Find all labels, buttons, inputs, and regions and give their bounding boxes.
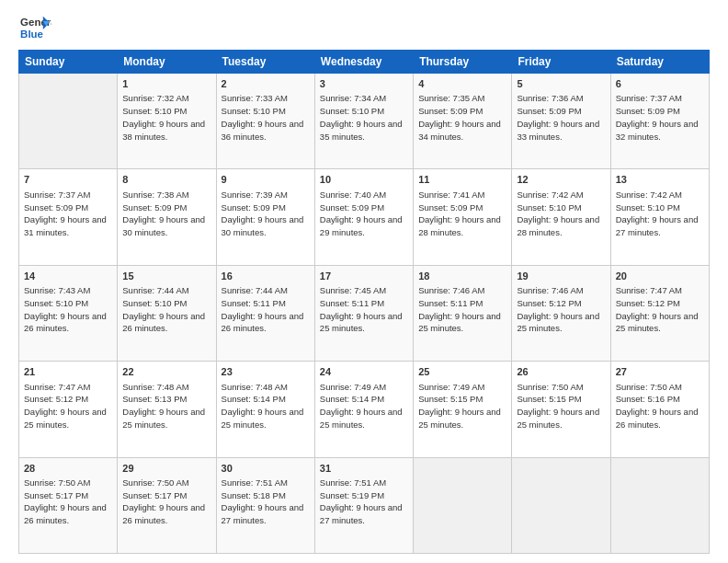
week-row-4: 28Sunrise: 7:50 AMSunset: 5:17 PMDayligh…: [19, 457, 710, 553]
day-number: 24: [320, 365, 408, 379]
day-cell: 26Sunrise: 7:50 AMSunset: 5:15 PMDayligh…: [512, 362, 610, 457]
day-number: 15: [122, 270, 210, 283]
day-header-friday: Friday: [512, 51, 610, 74]
day-info: Sunrise: 7:33 AMSunset: 5:10 PMDaylight:…: [222, 92, 310, 143]
day-cell: 24Sunrise: 7:49 AMSunset: 5:14 PMDayligh…: [314, 362, 413, 457]
day-info: Sunrise: 7:44 AMSunset: 5:10 PMDaylight:…: [122, 284, 210, 335]
day-header-tuesday: Tuesday: [216, 51, 314, 74]
header: General Blue: [18, 15, 710, 42]
day-cell: 11Sunrise: 7:41 AMSunset: 5:09 PMDayligh…: [414, 169, 512, 265]
day-number: 29: [122, 462, 210, 476]
day-number: 6: [616, 77, 704, 91]
day-number: 23: [222, 365, 310, 379]
day-info: Sunrise: 7:34 AMSunset: 5:10 PMDaylight:…: [320, 92, 408, 143]
day-number: 2: [222, 77, 310, 91]
day-info: Sunrise: 7:50 AMSunset: 5:15 PMDaylight:…: [517, 381, 605, 431]
day-number: 7: [24, 173, 112, 187]
day-number: 9: [222, 173, 310, 187]
svg-text:Blue: Blue: [20, 29, 43, 40]
day-info: Sunrise: 7:51 AMSunset: 5:18 PMDaylight:…: [222, 477, 310, 527]
day-number: 22: [122, 365, 210, 379]
day-cell: 1Sunrise: 7:32 AMSunset: 5:10 PMDaylight…: [118, 74, 216, 169]
day-cell: 4Sunrise: 7:35 AMSunset: 5:09 PMDaylight…: [414, 74, 512, 169]
day-number: 8: [122, 173, 210, 187]
day-number: 18: [418, 270, 506, 283]
day-cell: 21Sunrise: 7:47 AMSunset: 5:12 PMDayligh…: [19, 362, 118, 457]
day-info: Sunrise: 7:44 AMSunset: 5:11 PMDaylight:…: [222, 284, 310, 335]
day-info: Sunrise: 7:37 AMSunset: 5:09 PMDaylight:…: [24, 189, 112, 239]
day-header-sunday: Sunday: [19, 51, 118, 74]
day-cell: 10Sunrise: 7:40 AMSunset: 5:09 PMDayligh…: [314, 169, 413, 265]
day-cell: [19, 74, 118, 169]
day-number: 4: [418, 77, 506, 91]
day-info: Sunrise: 7:42 AMSunset: 5:10 PMDaylight:…: [616, 189, 704, 239]
logo-icon: General Blue: [18, 15, 51, 42]
day-number: 1: [122, 77, 210, 91]
day-info: Sunrise: 7:38 AMSunset: 5:09 PMDaylight:…: [122, 189, 210, 239]
day-cell: 28Sunrise: 7:50 AMSunset: 5:17 PMDayligh…: [19, 457, 118, 553]
day-info: Sunrise: 7:32 AMSunset: 5:10 PMDaylight:…: [122, 92, 210, 143]
day-header-thursday: Thursday: [414, 51, 512, 74]
day-header-wednesday: Wednesday: [314, 51, 413, 74]
day-cell: 31Sunrise: 7:51 AMSunset: 5:19 PMDayligh…: [314, 457, 413, 553]
day-info: Sunrise: 7:46 AMSunset: 5:12 PMDaylight:…: [517, 284, 605, 335]
day-info: Sunrise: 7:45 AMSunset: 5:11 PMDaylight:…: [320, 284, 408, 335]
day-number: 5: [517, 77, 605, 91]
calendar-table: SundayMondayTuesdayWednesdayThursdayFrid…: [18, 50, 710, 554]
day-info: Sunrise: 7:49 AMSunset: 5:15 PMDaylight:…: [418, 381, 506, 431]
week-row-1: 7Sunrise: 7:37 AMSunset: 5:09 PMDaylight…: [19, 169, 710, 265]
day-cell: 8Sunrise: 7:38 AMSunset: 5:09 PMDaylight…: [118, 169, 216, 265]
day-number: 3: [320, 77, 408, 91]
week-row-2: 14Sunrise: 7:43 AMSunset: 5:10 PMDayligh…: [19, 265, 710, 361]
day-info: Sunrise: 7:41 AMSunset: 5:09 PMDaylight:…: [418, 189, 506, 239]
day-number: 27: [616, 365, 704, 379]
day-info: Sunrise: 7:47 AMSunset: 5:12 PMDaylight:…: [616, 284, 704, 335]
calendar-body: 1Sunrise: 7:32 AMSunset: 5:10 PMDaylight…: [19, 74, 710, 554]
day-cell: [414, 457, 512, 553]
day-number: 21: [24, 365, 112, 379]
day-number: 31: [320, 462, 408, 476]
day-cell: 20Sunrise: 7:47 AMSunset: 5:12 PMDayligh…: [610, 265, 709, 361]
day-cell: 6Sunrise: 7:37 AMSunset: 5:09 PMDaylight…: [610, 74, 709, 169]
day-cell: 30Sunrise: 7:51 AMSunset: 5:18 PMDayligh…: [216, 457, 314, 553]
day-number: 30: [222, 462, 310, 476]
day-cell: 22Sunrise: 7:48 AMSunset: 5:13 PMDayligh…: [118, 362, 216, 457]
day-number: 16: [222, 270, 310, 283]
day-info: Sunrise: 7:37 AMSunset: 5:09 PMDaylight:…: [616, 92, 704, 143]
day-number: 14: [24, 270, 112, 283]
day-cell: [512, 457, 610, 553]
day-info: Sunrise: 7:47 AMSunset: 5:12 PMDaylight:…: [24, 381, 112, 431]
day-cell: [610, 457, 709, 553]
day-number: 20: [616, 270, 704, 283]
week-row-0: 1Sunrise: 7:32 AMSunset: 5:10 PMDaylight…: [19, 74, 710, 169]
day-number: 17: [320, 270, 408, 283]
day-number: 28: [24, 462, 112, 476]
day-header-saturday: Saturday: [610, 51, 709, 74]
day-cell: 9Sunrise: 7:39 AMSunset: 5:09 PMDaylight…: [216, 169, 314, 265]
day-info: Sunrise: 7:50 AMSunset: 5:17 PMDaylight:…: [122, 477, 210, 527]
day-number: 12: [517, 173, 605, 187]
day-cell: 13Sunrise: 7:42 AMSunset: 5:10 PMDayligh…: [610, 169, 709, 265]
day-info: Sunrise: 7:39 AMSunset: 5:09 PMDaylight:…: [222, 189, 310, 239]
day-cell: 23Sunrise: 7:48 AMSunset: 5:14 PMDayligh…: [216, 362, 314, 457]
day-cell: 27Sunrise: 7:50 AMSunset: 5:16 PMDayligh…: [610, 362, 709, 457]
day-cell: 29Sunrise: 7:50 AMSunset: 5:17 PMDayligh…: [118, 457, 216, 553]
day-info: Sunrise: 7:50 AMSunset: 5:16 PMDaylight:…: [616, 381, 704, 431]
day-number: 26: [517, 365, 605, 379]
day-header-monday: Monday: [118, 51, 216, 74]
day-info: Sunrise: 7:51 AMSunset: 5:19 PMDaylight:…: [320, 477, 408, 527]
day-info: Sunrise: 7:36 AMSunset: 5:09 PMDaylight:…: [517, 92, 605, 143]
day-number: 25: [418, 365, 506, 379]
calendar-page: General Blue SundayMondayTuesdayWednesda…: [0, 0, 728, 563]
day-cell: 25Sunrise: 7:49 AMSunset: 5:15 PMDayligh…: [414, 362, 512, 457]
day-info: Sunrise: 7:46 AMSunset: 5:11 PMDaylight:…: [418, 284, 506, 335]
day-number: 10: [320, 173, 408, 187]
day-info: Sunrise: 7:50 AMSunset: 5:17 PMDaylight:…: [24, 477, 112, 527]
day-info: Sunrise: 7:35 AMSunset: 5:09 PMDaylight:…: [418, 92, 506, 143]
day-cell: 5Sunrise: 7:36 AMSunset: 5:09 PMDaylight…: [512, 74, 610, 169]
logo: General Blue: [18, 15, 51, 42]
day-info: Sunrise: 7:42 AMSunset: 5:10 PMDaylight:…: [517, 189, 605, 239]
day-cell: 14Sunrise: 7:43 AMSunset: 5:10 PMDayligh…: [19, 265, 118, 361]
week-row-3: 21Sunrise: 7:47 AMSunset: 5:12 PMDayligh…: [19, 362, 710, 457]
day-cell: 12Sunrise: 7:42 AMSunset: 5:10 PMDayligh…: [512, 169, 610, 265]
